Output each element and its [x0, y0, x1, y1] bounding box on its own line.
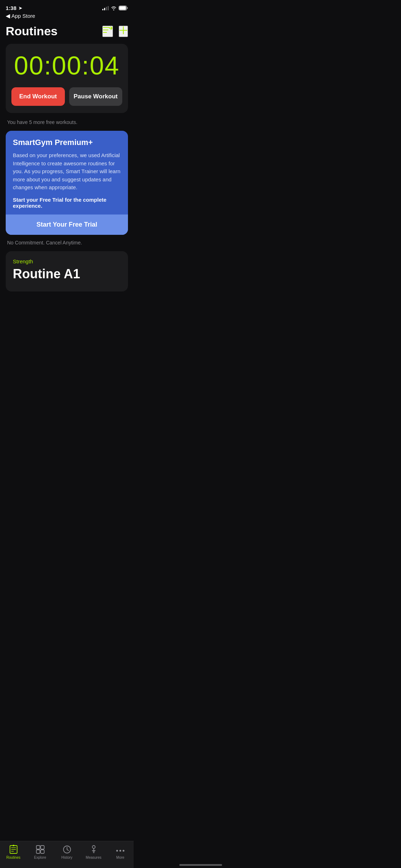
free-workouts-text: You have 5 more free workouts.: [7, 119, 77, 125]
routine-name: Routine A1: [13, 267, 121, 281]
back-chevron-icon: ◀: [6, 12, 10, 19]
no-commitment-text: No Commitment. Cancel Anytime.: [0, 235, 134, 251]
sort-icon: [103, 26, 112, 34]
app-store-back[interactable]: ◀ App Store: [0, 12, 134, 21]
battery-icon: [119, 6, 128, 10]
status-time: 1:38: [6, 5, 16, 11]
timer-buttons: End Workout Pause Workout: [11, 87, 122, 106]
premium-title: SmartGym Premium+: [13, 138, 121, 147]
signal-icon: [102, 6, 109, 10]
no-commitment-label: No Commitment. Cancel Anytime.: [7, 240, 82, 246]
status-left: 1:38 ➤: [6, 5, 22, 11]
routine-card[interactable]: Strength Routine A1: [6, 251, 128, 291]
page-header: Routines: [0, 21, 134, 41]
premium-cta-text: Start your Free Trial for the complete e…: [13, 197, 121, 209]
page-title: Routines: [6, 24, 57, 38]
premium-description: Based on your preferences, we used Artif…: [13, 151, 121, 192]
free-workouts-notice: You have 5 more free workouts.: [0, 116, 134, 131]
timer-display: 00:00:04: [14, 51, 119, 80]
pause-workout-button[interactable]: Pause Workout: [69, 87, 123, 106]
end-workout-button[interactable]: End Workout: [11, 87, 65, 106]
back-label: App Store: [11, 13, 35, 19]
status-right: [102, 6, 128, 10]
location-icon: ➤: [19, 6, 22, 11]
svg-rect-2: [119, 6, 126, 10]
wifi-icon: [111, 6, 117, 10]
header-actions: [102, 26, 128, 37]
routine-category: Strength: [13, 258, 121, 264]
svg-rect-1: [127, 7, 128, 9]
scroll-content: 00:00:04 End Workout Pause Workout You h…: [0, 44, 134, 327]
premium-card: SmartGym Premium+ Based on your preferen…: [6, 131, 128, 235]
add-button[interactable]: [119, 26, 128, 37]
timer-card: 00:00:04 End Workout Pause Workout: [6, 44, 128, 113]
sort-button[interactable]: [102, 26, 113, 37]
add-icon: [119, 26, 127, 34]
status-bar: 1:38 ➤: [0, 0, 134, 12]
start-trial-button[interactable]: Start Your Free Trial: [6, 215, 128, 235]
